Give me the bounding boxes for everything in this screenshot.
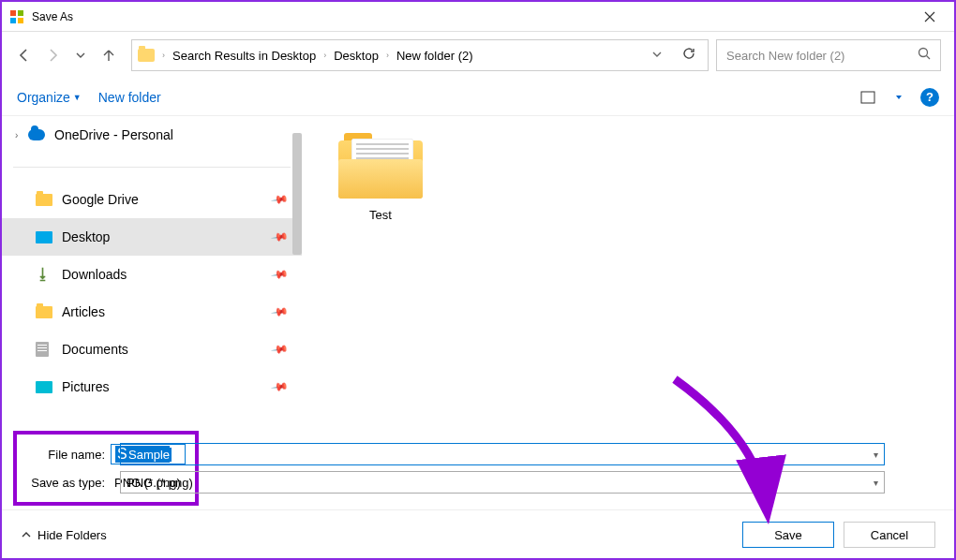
chevron-right-icon: › xyxy=(15,130,24,140)
search-input[interactable] xyxy=(726,49,918,63)
save-button[interactable]: Save xyxy=(742,522,834,548)
refresh-button[interactable] xyxy=(676,46,702,65)
tree-desktop[interactable]: Desktop 📌 xyxy=(2,218,302,256)
address-dropdown[interactable] xyxy=(646,47,668,64)
svg-rect-3 xyxy=(18,18,23,23)
svg-point-4 xyxy=(919,49,928,57)
folder-item-test[interactable]: Test xyxy=(324,133,437,222)
svg-rect-1 xyxy=(18,10,23,16)
toolbar: Organize ▼ New folder ? xyxy=(2,79,954,116)
svg-rect-0 xyxy=(10,10,16,16)
app-icon xyxy=(9,9,24,24)
chevron-right-icon: › xyxy=(386,51,389,60)
nav-arrows xyxy=(15,46,118,65)
folder-icon xyxy=(338,133,423,199)
tree-gdrive[interactable]: Google Drive 📌 xyxy=(2,181,302,218)
close-button[interactable] xyxy=(913,2,947,31)
recent-dropdown[interactable] xyxy=(71,46,90,65)
title-bar: Save As xyxy=(2,2,954,32)
crumb-1[interactable]: Desktop xyxy=(331,47,381,65)
pictures-icon xyxy=(36,379,54,394)
tree-onedrive[interactable]: › OneDrive - Personal xyxy=(2,116,302,154)
help-button[interactable]: ? xyxy=(920,88,939,107)
pin-icon: 📌 xyxy=(270,228,289,246)
breadcrumb: › Search Results in Desktop › Desktop › … xyxy=(162,47,476,65)
view-dropdown[interactable] xyxy=(894,94,904,101)
divider xyxy=(13,167,291,168)
pin-icon: 📌 xyxy=(270,302,289,321)
new-folder-button[interactable]: New folder xyxy=(98,90,161,105)
cloud-icon xyxy=(28,127,47,142)
up-button[interactable] xyxy=(99,46,118,65)
chevron-down-icon[interactable]: ▾ xyxy=(874,449,878,460)
chevron-right-icon: › xyxy=(323,51,326,60)
pin-icon: 📌 xyxy=(270,190,289,209)
filetype-row: Save as type: PNG (*.png) PNG (*.png) ▾ xyxy=(22,468,186,496)
pin-icon: 📌 xyxy=(270,340,289,359)
filename-label: File name: xyxy=(22,448,111,462)
nav-tree: › OneDrive - Personal Google Drive 📌 Des… xyxy=(2,116,302,425)
pin-icon: 📌 xyxy=(270,377,289,396)
filename-row: File name: Sample Sample ▾ xyxy=(22,440,186,468)
chevron-right-icon: › xyxy=(162,51,165,60)
filetype-select[interactable]: PNG (*.png) ▾ xyxy=(120,471,885,494)
file-pane[interactable]: Test xyxy=(302,116,954,425)
chevron-down-icon[interactable]: ▾ xyxy=(874,478,878,488)
tree-downloads[interactable]: ⭳ Downloads 📌 xyxy=(2,256,302,293)
desktop-icon xyxy=(36,229,54,244)
scrollbar[interactable] xyxy=(292,133,302,255)
close-icon xyxy=(924,11,935,22)
view-menu[interactable] xyxy=(859,91,877,104)
crumb-2[interactable]: New folder (2) xyxy=(394,47,476,65)
download-icon: ⭳ xyxy=(36,267,54,282)
forward-button[interactable] xyxy=(43,46,62,65)
footer: Hide Folders Save Cancel xyxy=(2,509,954,559)
hide-folders-toggle[interactable]: Hide Folders xyxy=(21,528,107,542)
item-label: Test xyxy=(369,208,392,222)
form-area: File name: Sample Sample ▾ Save as type:… xyxy=(2,425,954,509)
filename-input[interactable]: Sample ▾ xyxy=(120,443,885,465)
folder-icon xyxy=(36,304,54,319)
chevron-up-icon xyxy=(21,529,32,540)
document-icon xyxy=(36,342,54,357)
tree-pictures[interactable]: Pictures 📌 xyxy=(2,368,302,405)
nav-bar: › Search Results in Desktop › Desktop › … xyxy=(2,32,954,79)
window-title: Save As xyxy=(32,10,913,23)
main-area: › OneDrive - Personal Google Drive 📌 Des… xyxy=(2,116,954,425)
tree-articles[interactable]: Articles 📌 xyxy=(2,293,302,331)
search-box[interactable] xyxy=(716,39,941,71)
chevron-down-icon: ▼ xyxy=(73,93,82,102)
tree-documents[interactable]: Documents 📌 xyxy=(2,331,302,368)
folder-icon xyxy=(36,192,54,207)
svg-rect-2 xyxy=(10,18,16,23)
cancel-button[interactable]: Cancel xyxy=(844,522,935,548)
filetype-label: Save as type: xyxy=(22,476,111,490)
annotation-highlight: File name: Sample Sample ▾ Save as type:… xyxy=(13,431,199,506)
search-icon xyxy=(918,47,931,64)
folder-icon xyxy=(138,49,155,62)
pin-icon: 📌 xyxy=(270,265,289,284)
back-button[interactable] xyxy=(15,46,34,65)
svg-rect-5 xyxy=(861,92,874,103)
organize-menu[interactable]: Organize ▼ xyxy=(17,90,82,105)
address-bar[interactable]: › Search Results in Desktop › Desktop › … xyxy=(131,39,709,71)
crumb-0[interactable]: Search Results in Desktop xyxy=(170,47,319,65)
